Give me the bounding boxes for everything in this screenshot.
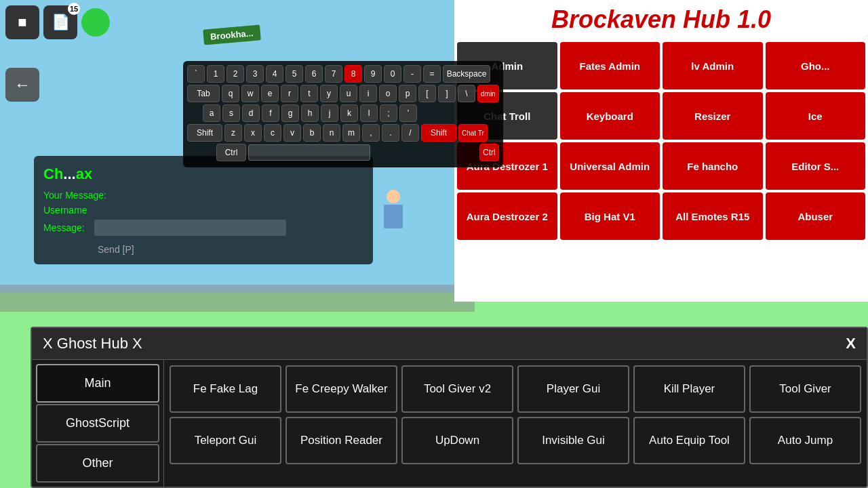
keyboard-text-input[interactable] <box>248 144 370 161</box>
ghost-btn-teleport-gui[interactable]: Teleport Gui <box>170 417 281 464</box>
key-backtick[interactable]: ` <box>187 65 205 83</box>
key-e[interactable]: e <box>261 85 279 102</box>
brock-btn-all-emotes[interactable]: All Emotes R15 <box>663 192 763 240</box>
key-5[interactable]: 5 <box>285 65 303 83</box>
key-tab[interactable]: Tab <box>187 85 220 102</box>
sidebar-item-ghostscript[interactable]: GhostScript <box>36 404 159 443</box>
roblox-logo-icon[interactable]: ■ <box>5 5 39 39</box>
key-4[interactable]: 4 <box>266 65 283 83</box>
ghost-close-button[interactable]: X <box>846 335 856 352</box>
ghost-btn-updown[interactable]: UpDown <box>401 417 513 464</box>
key-c[interactable]: c <box>264 124 281 142</box>
status-icon <box>81 8 110 37</box>
key-backspace[interactable]: Backspace <box>443 65 490 83</box>
key-g[interactable]: g <box>281 104 299 122</box>
ghost-btn-position-reader[interactable]: Position Reader <box>285 417 397 464</box>
key-o[interactable]: o <box>379 85 397 102</box>
key-z[interactable]: z <box>224 124 242 142</box>
key-equals[interactable]: = <box>423 65 441 83</box>
key-apostrophe[interactable]: ' <box>399 104 417 122</box>
key-p[interactable]: p <box>399 85 416 102</box>
brock-btn-lv-admin[interactable]: lv Admin <box>663 42 763 89</box>
brockaven-panel: Brockaven Hub 1.0 Admin Fates Admin lv A… <box>454 0 868 302</box>
key-u[interactable]: u <box>340 85 357 102</box>
ghost-btn-kill-player[interactable]: Kill Player <box>633 365 745 413</box>
key-slash[interactable]: / <box>401 124 419 142</box>
key-i[interactable]: i <box>359 85 377 102</box>
key-a[interactable]: a <box>203 104 220 122</box>
notifications-icon[interactable]: 📄 15 <box>43 5 77 39</box>
brock-btn-big-hat[interactable]: Big Hat V1 <box>560 192 660 240</box>
keyboard-row-5: Ctrl Ctrl <box>187 144 499 161</box>
notification-badge: 15 <box>68 3 80 15</box>
ghost-btn-auto-equip-tool[interactable]: Auto Equip Tool <box>633 417 745 464</box>
brock-btn-editor[interactable]: Editor S... <box>766 142 866 190</box>
key-ctrl[interactable]: Ctrl <box>216 144 246 161</box>
key-shift-right[interactable]: Shift <box>421 124 456 142</box>
key-d[interactable]: d <box>242 104 260 122</box>
brock-btn-ghost[interactable]: Gho... <box>766 42 866 89</box>
key-semicolon[interactable]: ; <box>380 104 397 122</box>
ghost-btn-tool-giver-v2[interactable]: Tool Giver v2 <box>401 365 513 413</box>
back-button[interactable]: ← <box>5 68 39 102</box>
key-n[interactable]: n <box>323 124 340 142</box>
key-8[interactable]: 8 <box>344 65 362 83</box>
key-t[interactable]: t <box>300 85 318 102</box>
key-f[interactable]: f <box>262 104 279 122</box>
key-q[interactable]: q <box>222 85 239 102</box>
key-6[interactable]: 6 <box>305 65 323 83</box>
key-rbracket[interactable]: ] <box>438 85 456 102</box>
sidebar-item-main[interactable]: Main <box>36 364 159 403</box>
key-comma[interactable]: , <box>362 124 380 142</box>
brock-btn-aura2[interactable]: Aura Destrozer 2 <box>457 192 557 240</box>
key-shift-left[interactable]: Shift <box>187 124 222 142</box>
key-backslash[interactable]: \ <box>458 85 475 102</box>
key-0[interactable]: 0 <box>384 65 401 83</box>
ghost-btn-auto-jump[interactable]: Auto Jump <box>749 417 861 464</box>
keyboard-row-3: a s d f g h j k l ; ' <box>187 104 499 122</box>
send-button[interactable]: Send [P] <box>98 244 363 255</box>
key-m[interactable]: m <box>342 124 360 142</box>
key-lbracket[interactable]: [ <box>418 85 436 102</box>
brock-btn-ice[interactable]: Ice <box>766 92 866 140</box>
key-k[interactable]: k <box>340 104 358 122</box>
key-2[interactable]: 2 <box>226 65 244 83</box>
key-l[interactable]: l <box>360 104 378 122</box>
key-h[interactable]: h <box>301 104 319 122</box>
key-j[interactable]: j <box>321 104 338 122</box>
ghost-btn-tool-giver[interactable]: Tool Giver <box>749 365 861 413</box>
key-admin[interactable]: dmin <box>477 85 499 102</box>
brock-btn-resizer[interactable]: Resizer <box>663 92 763 140</box>
message-label: Message: <box>43 220 363 236</box>
brock-btn-fe-hancho[interactable]: Fe hancho <box>663 142 763 190</box>
key-3[interactable]: 3 <box>246 65 264 83</box>
key-9[interactable]: 9 <box>364 65 382 83</box>
brock-btn-universal-admin[interactable]: Universal Admin <box>560 142 660 190</box>
brock-btn-keyboard[interactable]: Keyboard <box>560 92 660 140</box>
key-7[interactable]: 7 <box>325 65 342 83</box>
keyboard-row-4: Shift z x c v b n m , . / Shift Chat Tr <box>187 124 499 142</box>
brock-btn-abuser[interactable]: Abuser <box>766 192 866 240</box>
ghost-hub-header: X Ghost Hub X X <box>32 328 867 360</box>
ghost-btn-fe-fake-lag[interactable]: Fe Fake Lag <box>170 365 281 413</box>
ghost-btn-invisible-gui[interactable]: Invisible Gui <box>517 417 629 464</box>
key-v[interactable]: v <box>283 124 301 142</box>
key-minus[interactable]: - <box>403 65 421 83</box>
ghost-btn-fe-creepy-walker[interactable]: Fe Creepy Walker <box>285 365 397 413</box>
key-y[interactable]: y <box>320 85 338 102</box>
key-r[interactable]: r <box>281 85 298 102</box>
key-1[interactable]: 1 <box>207 65 224 83</box>
key-chat-troll[interactable]: Chat Tr <box>458 124 488 142</box>
key-s[interactable]: s <box>222 104 240 122</box>
your-message-label: Your Message: <box>43 190 363 201</box>
ghost-btn-player-gui[interactable]: Player Gui <box>517 365 629 413</box>
key-period[interactable]: . <box>382 124 399 142</box>
message-input[interactable] <box>94 220 286 236</box>
ghost-hub-panel: X Ghost Hub X X Main GhostScript Other F… <box>31 327 868 488</box>
key-ctrl-right[interactable]: Ctrl <box>479 144 499 161</box>
key-w[interactable]: w <box>241 85 259 102</box>
key-x[interactable]: x <box>244 124 262 142</box>
sidebar-item-other[interactable]: Other <box>36 444 159 483</box>
key-b[interactable]: b <box>303 124 321 142</box>
brock-btn-fates-admin[interactable]: Fates Admin <box>560 42 660 89</box>
